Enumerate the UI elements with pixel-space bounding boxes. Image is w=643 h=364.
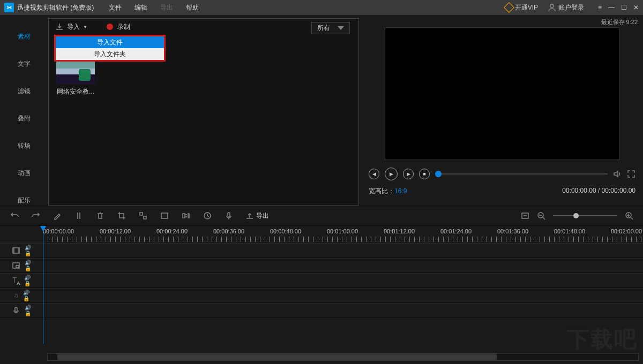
title-right: 开通VIP 账户登录 ≡ — ☐ ✕ <box>505 3 639 12</box>
zoom-in-button[interactable] <box>625 211 633 220</box>
video-track[interactable]: 🔊🔒 <box>0 243 643 258</box>
track-toggles[interactable]: 🔊🔒 <box>24 275 31 286</box>
vip-button[interactable]: 开通VIP <box>505 3 538 12</box>
timeline: 00:00:00.00 00:00:12.00 00:00:24.00 00:0… <box>0 226 643 364</box>
ruler-ticks <box>43 237 643 242</box>
voiceover-button[interactable] <box>224 211 234 221</box>
sidebar-item-text[interactable]: 文字 <box>0 52 48 76</box>
chevron-down-icon <box>338 26 344 30</box>
zoom-button[interactable] <box>181 211 191 221</box>
pip-track[interactable]: 🔊🔒 <box>0 258 643 273</box>
edit-button[interactable] <box>53 211 62 221</box>
ruler-tick: 00:01:24.00 <box>440 228 472 234</box>
zoom-out-button[interactable] <box>537 211 545 220</box>
next-frame-button[interactable]: ▶ <box>403 169 414 179</box>
app-icon: ✂ <box>4 3 14 12</box>
user-icon <box>548 3 556 12</box>
hamburger-icon[interactable]: ≡ <box>598 4 602 11</box>
preview-info: 宽高比：16:9 00:00:00.00 / 00:00:00.00 <box>367 187 638 196</box>
menu-file[interactable]: 文件 <box>109 3 122 12</box>
menu-export: 导出 <box>160 3 173 12</box>
fullscreen-icon[interactable] <box>627 170 635 178</box>
scrollbar-thumb[interactable] <box>57 354 497 360</box>
ruler-tick: 00:00:00.00 <box>43 228 74 234</box>
sidebar-item-media[interactable]: 素材 <box>0 25 48 49</box>
maximize-icon[interactable]: ☐ <box>621 4 627 11</box>
mosaic-button[interactable] <box>138 211 148 221</box>
login-button[interactable]: 账户登录 <box>548 3 584 12</box>
menu-help[interactable]: 帮助 <box>186 3 199 12</box>
video-preview[interactable] <box>385 27 619 160</box>
sidebar: 素材 文字 滤镜 叠附 转场 动画 配乐 <box>0 15 48 206</box>
time-ruler[interactable]: 00:00:00.00 00:00:12.00 00:00:24.00 00:0… <box>43 226 643 243</box>
filter-select[interactable]: 所有 <box>311 22 350 34</box>
playhead[interactable] <box>43 226 43 344</box>
prev-frame-button[interactable]: ◀ <box>369 169 379 179</box>
sidebar-item-overlay[interactable]: 叠附 <box>0 107 48 131</box>
sidebar-item-filter[interactable]: 滤镜 <box>0 79 48 103</box>
ruler-tick: 00:01:12.00 <box>384 228 415 234</box>
zoom-slider[interactable] <box>553 215 617 216</box>
film-icon <box>12 246 20 255</box>
svg-rect-3 <box>161 213 168 218</box>
vip-label: 开通VIP <box>515 3 538 12</box>
ruler-tick: 00:00:12.00 <box>100 228 131 234</box>
stop-button[interactable]: ■ <box>419 169 430 179</box>
delete-button[interactable] <box>95 211 105 221</box>
music-track[interactable]: ♫🔊🔒 <box>0 288 643 303</box>
svg-rect-2 <box>144 216 146 219</box>
redo-button[interactable] <box>31 211 41 221</box>
export-button[interactable]: 导出 <box>245 211 269 221</box>
sidebar-item-transition[interactable]: 转场 <box>0 134 48 158</box>
export-label: 导出 <box>256 211 269 221</box>
minimize-icon[interactable]: — <box>608 4 615 11</box>
voice-track[interactable]: 🔊🔒 <box>0 303 643 318</box>
progress-slider[interactable] <box>435 173 608 175</box>
zoom-handle[interactable] <box>573 213 579 218</box>
export-icon <box>245 211 254 220</box>
import-icon <box>55 22 64 31</box>
volume-icon[interactable] <box>613 170 622 178</box>
undo-button[interactable] <box>10 211 19 221</box>
play-button[interactable]: ▶ <box>385 168 398 180</box>
dropdown-import-folder[interactable]: 导入文件夹 <box>56 48 164 60</box>
thumbnail-label: 网络安全教... <box>56 87 95 96</box>
app-title: 迅捷视频剪辑软件 (免费版) <box>17 3 94 12</box>
menu-bar: 文件 编辑 导出 帮助 <box>109 3 199 12</box>
media-thumbnail[interactable]: 网络安全教... <box>56 60 95 96</box>
filter-label: 所有 <box>317 24 330 33</box>
sidebar-item-music[interactable]: 配乐 <box>0 188 48 213</box>
last-save-label: 最近保存 9:22 <box>367 18 638 26</box>
import-dropdown: 导入文件 导入文件夹 <box>54 35 166 62</box>
ruler-tick: 00:01:36.00 <box>497 228 528 234</box>
sidebar-item-animation[interactable]: 动画 <box>0 161 48 185</box>
dropdown-import-file[interactable]: 导入文件 <box>56 36 164 48</box>
ruler-tick: 00:00:48.00 <box>270 228 301 234</box>
svg-point-0 <box>550 4 554 7</box>
close-icon[interactable]: ✕ <box>633 4 639 11</box>
duration-button[interactable] <box>203 211 212 221</box>
track-toggles[interactable]: 🔊🔒 <box>25 245 31 256</box>
fit-button[interactable] <box>521 211 529 220</box>
watermark: 下载吧 <box>567 324 638 354</box>
split-button[interactable] <box>74 211 84 221</box>
record-button[interactable]: 录制 <box>117 22 130 32</box>
diamond-icon <box>504 2 514 13</box>
track-toggles[interactable]: 🔊🔒 <box>23 290 29 301</box>
track-toggles[interactable]: 🔊🔒 <box>25 260 31 271</box>
menu-edit[interactable]: 编辑 <box>134 3 147 12</box>
text-track[interactable]: TA🔊🔒 <box>0 273 643 288</box>
play-controls: ◀ ▶ ▶ ■ <box>367 168 638 180</box>
thumbnail-image <box>56 60 95 84</box>
chevron-down-icon: ▼ <box>83 25 87 29</box>
import-button[interactable]: 导入 ▼ <box>55 22 87 32</box>
svg-rect-1 <box>140 213 143 215</box>
track-toggles[interactable]: 🔊🔒 <box>25 305 31 316</box>
freeze-button[interactable] <box>160 211 169 221</box>
horizontal-scrollbar[interactable] <box>47 353 639 361</box>
ratio-value[interactable]: 16:9 <box>394 187 407 195</box>
crop-button[interactable] <box>117 211 126 221</box>
progress-handle[interactable] <box>435 171 442 177</box>
login-label: 账户登录 <box>558 3 584 12</box>
time-display: 00:00:00.00 / 00:00:00.00 <box>562 187 635 196</box>
